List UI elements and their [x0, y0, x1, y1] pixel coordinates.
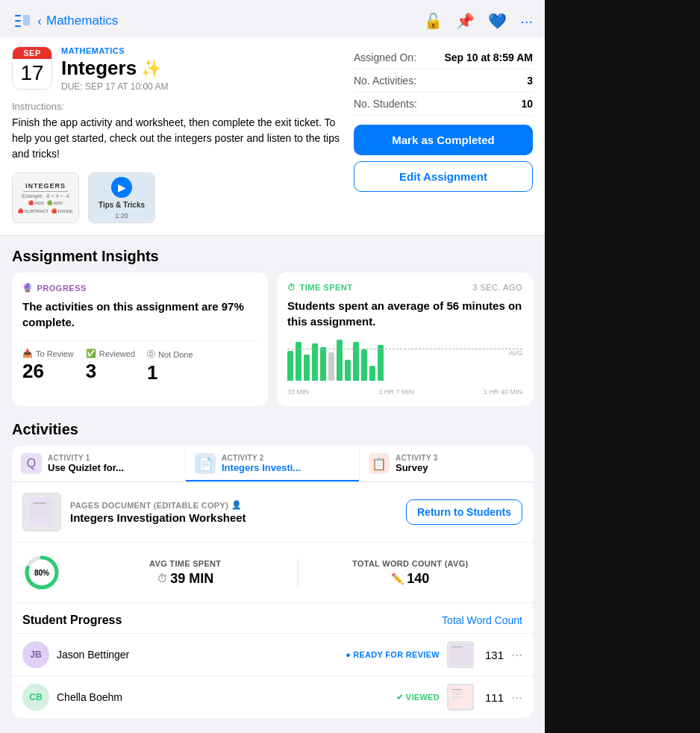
student-1-thumbnail[interactable] [447, 641, 474, 668]
sidebar-toggle-button[interactable] [12, 10, 33, 31]
assignment-details-right: Assigned On: Sep 10 at 8:59 AM No. Activ… [354, 46, 533, 223]
activity-tab-1[interactable]: Q ACTIVITY 1 Use Quizlet for... [12, 446, 186, 481]
x-label-1: 33 MIN [287, 388, 309, 396]
num-activities-row: No. Activities: 3 [354, 69, 533, 93]
sparkle-icon: ✨ [141, 59, 161, 78]
activity-tabs: Q ACTIVITY 1 Use Quizlet for... 📄 ACTIVI… [12, 446, 533, 482]
video-label: Tips & Tricks [99, 201, 145, 209]
svg-rect-19 [451, 689, 462, 690]
right-panel [545, 0, 700, 733]
poster-bullets: 🔴 ADD 🟢 ADD 🔴 SUBTRACT 🔴 DIVIDE [16, 200, 75, 213]
insights-grid: 🔮 PROGRESS The activities on this assign… [0, 272, 545, 418]
video-duration: 1:20 [115, 212, 128, 219]
activity-tab-3[interactable]: 📋 ACTIVITY 3 Survey [360, 446, 533, 481]
assignment-subject: MATHEMATICS [61, 46, 168, 55]
student-1-more-button[interactable]: ··· [511, 647, 522, 663]
student-2-count: 111 [481, 691, 504, 704]
activity-2-icon: 📄 [195, 453, 216, 474]
poster-title: INTEGERS [25, 182, 66, 190]
avg-time-label: AVG TIME SPENT [82, 559, 289, 568]
total-word-count-link[interactable]: Total Word Count [442, 614, 522, 626]
student-1-name: Jason Bettinger [57, 649, 338, 661]
instructions-text: Finish the app activity and worksheet, t… [12, 115, 342, 162]
svg-rect-17 [451, 656, 460, 657]
student-row-2: CB Chella Boehm ✔ VIEWED [12, 676, 533, 718]
word-count-icon: ✏️ [391, 573, 404, 584]
nav-actions: 🔓 📌 💙 ··· [424, 12, 533, 30]
num-students-row: No. Students: 10 [354, 93, 533, 116]
svg-rect-7 [33, 509, 48, 511]
worksheet-thumbnail [22, 493, 61, 531]
due-date: DUE: SEP 17 AT 10:00 AM [61, 81, 168, 92]
activity-3-name: Survey [396, 462, 438, 473]
time-spent-card: ⏱ TIME SPENT 3 sec. ago Students spent a… [277, 272, 533, 406]
svg-rect-3 [23, 15, 30, 25]
viewed-check-icon: ✔ [396, 693, 403, 702]
to-review-value: 26 [22, 360, 74, 383]
activity-3-icon: 📋 [369, 453, 390, 474]
stats-row: 📥 To Review 26 ✅ Reviewed 3 [22, 340, 257, 384]
to-review-stat: 📥 To Review 26 [22, 349, 74, 384]
svg-rect-8 [33, 512, 49, 514]
student-progress-title: Student Progress [22, 614, 122, 627]
progress-icon: 🔮 [22, 283, 34, 293]
play-icon[interactable]: ▶ [111, 177, 132, 198]
x-label-2: 1 HR 7 MIN [378, 388, 413, 396]
more-options-icon[interactable]: ··· [520, 13, 533, 30]
pin-icon[interactable]: 📌 [456, 12, 475, 30]
calendar-day: 17 [13, 59, 51, 87]
activity-3-number: ACTIVITY 3 [396, 454, 438, 462]
heart-icon[interactable]: 💙 [488, 12, 507, 30]
student-2-name: Chella Boehm [57, 691, 389, 703]
reviewed-value: 3 [86, 360, 135, 383]
student-row-1: JB Jason Bettinger ● READY FOR REVIEW [12, 633, 533, 676]
num-activities-value: 3 [527, 75, 533, 87]
bar-2 [296, 342, 301, 381]
worksheet-name: Integers Investigation Worksheet [70, 511, 397, 524]
activity-tab-2[interactable]: 📄 ACTIVITY 2 Integers Investi... [186, 446, 360, 481]
avg-time-col: AVG TIME SPENT ⏱ 39 MIN [73, 559, 298, 587]
student-2-more-button[interactable]: ··· [511, 690, 522, 705]
num-students-label: No. Students: [354, 98, 417, 110]
unlock-icon[interactable]: 🔓 [424, 12, 443, 30]
attachment-poster[interactable]: INTEGERS Example: -8 + 4 = -4 🔴 ADD 🟢 AD… [12, 172, 79, 223]
bar-11 [369, 366, 375, 381]
edit-assignment-button[interactable]: Edit Assignment [354, 161, 533, 192]
bar-9 [353, 342, 359, 381]
back-chevron-icon[interactable]: ‹ [37, 13, 42, 29]
student-1-avatar: JB [22, 641, 49, 668]
nav-back-label[interactable]: Mathematics [46, 13, 118, 28]
activity-1-icon: Q [21, 453, 42, 474]
student-2-avatar: CB [22, 684, 49, 711]
return-to-students-button[interactable]: Return to Students [406, 499, 522, 525]
inbox-icon: 📥 [22, 349, 33, 358]
top-nav: ‹ Mathematics 🔓 📌 💙 ··· [0, 0, 545, 37]
svg-rect-6 [33, 506, 49, 508]
avg-label: AVG [507, 349, 522, 357]
worksheet-stats: 80% AVG TIME SPENT ⏱ 39 MIN TOTAL WORD C… [12, 543, 533, 603]
word-count-label: TOTAL WORD COUNT (AVG) [307, 559, 514, 568]
word-count-value: ✏️ 140 [307, 571, 514, 587]
svg-rect-1 [15, 20, 21, 22]
bar-8 [345, 360, 351, 381]
x-label-3: 1 HR 40 MIN [484, 388, 522, 396]
svg-rect-16 [451, 654, 465, 655]
attachments: INTEGERS Example: -8 + 4 = -4 🔴 ADD 🟢 AD… [12, 172, 342, 223]
time-chart: AVG 33 MIN 1 HR 7 MIN 1 HR 40 MIN [287, 340, 522, 396]
student-progress-header: Student Progress Total Word Count [12, 603, 533, 633]
assigned-on-label: Assigned On: [354, 52, 416, 63]
assignment-details-left: SEP 17 MATHEMATICS Integers ✨ DUE: SEP 1… [12, 46, 342, 223]
activity-2-number: ACTIVITY 2 [222, 454, 301, 462]
active-tab-indicator [186, 480, 359, 481]
student-2-thumbnail[interactable] [447, 684, 474, 711]
svg-rect-0 [15, 15, 21, 16]
check-icon: ✅ [86, 349, 96, 358]
attachment-video[interactable]: ▶ Tips & Tricks 1:20 [88, 172, 155, 223]
mark-complete-button[interactable]: Mark as Completed [354, 125, 533, 155]
completion-ring: 80% [22, 553, 61, 592]
progress-card: 🔮 PROGRESS The activities on this assign… [12, 272, 268, 406]
review-dot-icon: ● [346, 650, 351, 659]
activities-section: Activities Q ACTIVITY 1 Use Quizlet for.… [0, 418, 545, 730]
worksheet-type: PAGES DOCUMENT (EDITABLE COPY) 👤 [70, 500, 397, 510]
not-done-icon: ⓪ [147, 349, 155, 360]
